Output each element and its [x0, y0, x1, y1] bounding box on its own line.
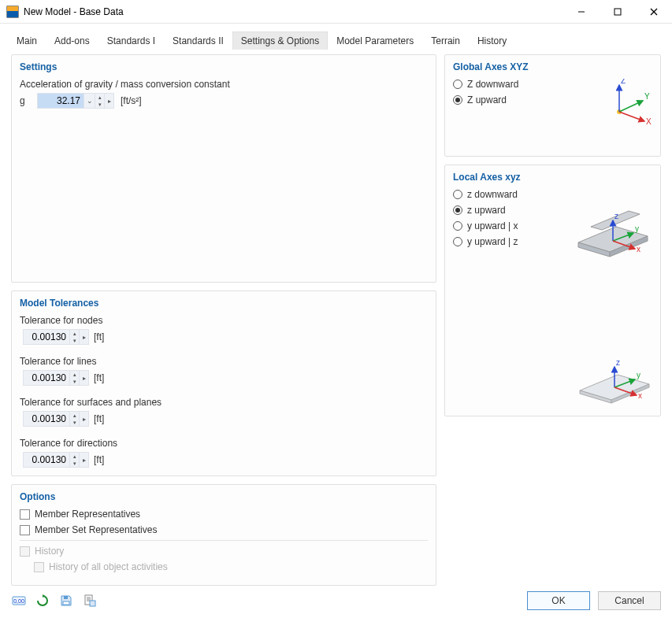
- tol-directions-label: Tolerance for directions: [20, 438, 428, 449]
- tol-nodes-input[interactable]: [24, 330, 69, 344]
- gravity-spinner[interactable]: ⌄ ▴▾ ▸: [37, 93, 114, 109]
- radio-icon: [453, 95, 462, 105]
- cb-history-all: History of all object activities: [20, 561, 428, 572]
- gravity-input[interactable]: [38, 94, 84, 108]
- window-title: New Model - Base Data: [24, 6, 563, 17]
- app-icon: [6, 6, 19, 18]
- maximize-button[interactable]: [600, 0, 636, 24]
- radio-label: z upward: [467, 205, 506, 216]
- svg-text:y: y: [637, 371, 640, 379]
- gravity-label: Acceleration of gravity / mass conversio…: [20, 79, 428, 90]
- tol-nodes-label: Tolerance for nodes: [20, 315, 428, 326]
- global-axes-title: Global Axes XYZ: [453, 61, 652, 72]
- local-axes-panel: Local Axes xyz z downward z upward y upw…: [444, 165, 661, 416]
- cb-member-reps-label: Member Representatives: [35, 509, 140, 520]
- svg-text:Z: Z: [621, 79, 626, 85]
- radio-label: y upward | z: [467, 236, 518, 247]
- svg-text:z: z: [616, 358, 620, 367]
- svg-line-7: [619, 112, 644, 121]
- save-icon[interactable]: [58, 593, 74, 609]
- radio-icon: [453, 205, 462, 215]
- radio-label: y upward | x: [467, 220, 518, 231]
- tol-directions-input[interactable]: [24, 453, 69, 467]
- tolerances-panel: Model Tolerances Tolerance for nodes ▴▾ …: [11, 290, 436, 476]
- tab-history[interactable]: History: [469, 31, 515, 50]
- radio-label: z downward: [467, 189, 518, 200]
- settings-panel: Settings Acceleration of gravity / mass …: [11, 54, 436, 283]
- radio-icon: [453, 221, 462, 231]
- tab-addons[interactable]: Add-ons: [46, 31, 98, 50]
- svg-rect-1: [614, 9, 621, 15]
- tol-surfaces-stepper[interactable]: ▴▾: [69, 412, 79, 426]
- ibeam-preview-icon: z y x: [570, 209, 657, 265]
- gravity-unit: [ft/s²]: [121, 95, 142, 106]
- tol-directions-play-icon[interactable]: ▸: [79, 453, 88, 467]
- tol-surfaces-unit: [ft]: [94, 413, 104, 424]
- svg-text:y: y: [635, 224, 639, 233]
- svg-rect-34: [63, 601, 69, 605]
- radio-icon: [453, 80, 462, 89]
- units-icon[interactable]: 0,00: [11, 593, 27, 609]
- plane-preview-icon: z y x: [570, 356, 657, 411]
- tol-surfaces-input[interactable]: [24, 412, 69, 426]
- minimize-button[interactable]: [563, 0, 600, 24]
- svg-line-6: [619, 101, 643, 112]
- checkbox-icon: [20, 546, 30, 557]
- svg-text:0,00: 0,00: [13, 598, 24, 604]
- radio-label: Z upward: [467, 94, 507, 105]
- tol-nodes-play-icon[interactable]: ▸: [79, 330, 88, 344]
- tol-lines-play-icon[interactable]: ▸: [79, 371, 88, 385]
- tol-directions-spinner[interactable]: ▴▾ ▸: [23, 452, 89, 468]
- gravity-symbol: g: [20, 95, 31, 106]
- divider: [20, 540, 428, 541]
- tol-nodes-stepper[interactable]: ▴▾: [69, 330, 79, 344]
- svg-text:X: X: [646, 117, 652, 126]
- cb-history: History: [20, 546, 428, 557]
- axes3d-icon: Z Y X: [605, 79, 652, 126]
- svg-text:z: z: [614, 212, 618, 220]
- radio-local-z-downward[interactable]: z downward: [453, 189, 652, 200]
- cb-member-set-reps[interactable]: Member Set Representatives: [20, 524, 428, 535]
- ok-button[interactable]: OK: [527, 591, 590, 610]
- cb-history-all-label: History of all object activities: [49, 561, 168, 572]
- settings-title: Settings: [20, 61, 428, 72]
- tab-terrain[interactable]: Terrain: [422, 31, 469, 50]
- tolerances-title: Model Tolerances: [20, 298, 428, 309]
- tab-standards2[interactable]: Standards II: [164, 31, 232, 50]
- local-axes-title: Local Axes xyz: [453, 172, 652, 183]
- tol-directions-unit: [ft]: [94, 454, 104, 465]
- tabs: Main Add-ons Standards I Standards II Se…: [0, 24, 672, 50]
- gravity-play-icon[interactable]: ▸: [104, 94, 113, 108]
- radio-icon: [453, 237, 462, 246]
- report-icon[interactable]: [82, 593, 98, 609]
- tol-nodes-spinner[interactable]: ▴▾ ▸: [23, 329, 89, 345]
- title-bar: New Model - Base Data: [0, 0, 672, 24]
- gravity-dropdown-icon[interactable]: ⌄: [84, 94, 95, 108]
- tol-surfaces-spinner[interactable]: ▴▾ ▸: [23, 411, 89, 427]
- gravity-stepper[interactable]: ▴▾: [95, 94, 104, 108]
- radio-icon: [453, 190, 462, 199]
- tol-surfaces-play-icon[interactable]: ▸: [79, 412, 88, 426]
- tab-model-parameters[interactable]: Model Parameters: [328, 31, 422, 50]
- tol-lines-label: Tolerance for lines: [20, 356, 428, 367]
- checkbox-icon: [20, 509, 30, 520]
- tol-directions-stepper[interactable]: ▴▾: [69, 453, 79, 467]
- cb-member-set-reps-label: Member Set Representatives: [35, 524, 157, 535]
- tol-lines-stepper[interactable]: ▴▾: [69, 371, 79, 385]
- tol-lines-spinner[interactable]: ▴▾ ▸: [23, 370, 89, 386]
- close-button[interactable]: [636, 0, 672, 24]
- svg-text:Y: Y: [644, 92, 650, 101]
- cb-member-reps[interactable]: Member Representatives: [20, 509, 428, 520]
- cancel-button[interactable]: Cancel: [598, 591, 661, 610]
- cb-history-label: History: [35, 546, 64, 557]
- refresh-icon[interactable]: [35, 593, 50, 609]
- tab-settings-options[interactable]: Settings & Options: [232, 31, 328, 50]
- global-axes-panel: Global Axes XYZ Z downward Z upward: [444, 54, 661, 157]
- footer: 0,00 OK Cancel: [11, 591, 661, 610]
- svg-rect-33: [64, 596, 68, 599]
- tol-lines-input[interactable]: [24, 371, 69, 385]
- tol-nodes-unit: [ft]: [94, 331, 104, 342]
- tab-standards1[interactable]: Standards I: [98, 31, 164, 50]
- svg-text:x: x: [637, 245, 640, 253]
- tab-main[interactable]: Main: [8, 31, 46, 50]
